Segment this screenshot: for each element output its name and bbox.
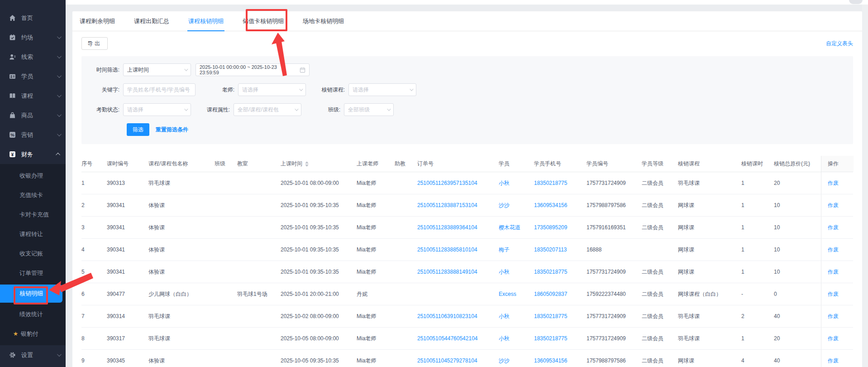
sidebar-item-leads[interactable]: 线索 xyxy=(0,47,66,67)
cell-student-phone[interactable]: 18350218775 xyxy=(534,305,587,327)
page-scrollbar[interactable] xyxy=(862,0,868,367)
sidebar-subitem-verification-detail[interactable]: 核销明细 xyxy=(0,285,62,303)
class-select[interactable]: 全部班级 xyxy=(344,103,394,116)
sidebar-item-settings[interactable]: 设置 xyxy=(0,345,66,365)
verify-course-select[interactable]: 请选择 xyxy=(348,83,416,96)
cell-order-no[interactable]: 25100511283889364104 xyxy=(417,217,499,238)
course-attr-value: 全部/课程/课程包 xyxy=(238,106,279,114)
cell-student-phone[interactable]: 18350218775 xyxy=(534,328,587,349)
cell-action[interactable]: 作废 xyxy=(821,283,854,305)
filter-label: 班级: xyxy=(310,106,344,114)
cell-student[interactable]: 樱木花道 xyxy=(499,217,534,238)
tab-course-remaining[interactable]: 课程剩余明细 xyxy=(79,11,116,31)
tab-course-verification[interactable]: 课程核销明细 xyxy=(187,11,224,31)
cell-action[interactable]: 作废 xyxy=(821,305,854,327)
cell-class xyxy=(215,172,237,194)
sidebar-subitem-performance-stats[interactable]: 绩效统计 xyxy=(0,304,66,324)
cell-verify-price: 20 xyxy=(774,328,821,349)
date-range-input[interactable]: 2025-10-01 00:00:00 ~ 2025-10-23 23:59:5… xyxy=(196,63,310,76)
col-header-label: 课程/课程包名称 xyxy=(148,160,188,168)
keyword-input[interactable] xyxy=(123,83,196,96)
cell-order-no[interactable]: 25100511283885810104 xyxy=(417,239,499,261)
col-header-label: 学员编号 xyxy=(587,160,608,168)
filter-submit-button[interactable]: 筛选 xyxy=(127,123,149,136)
export-button[interactable]: 导出 xyxy=(81,37,108,50)
cell-action[interactable]: 作废 xyxy=(821,217,854,238)
tab-venue-card-verification[interactable]: 场地卡核销明细 xyxy=(302,11,345,31)
cell-action[interactable]: 作废 xyxy=(821,328,854,349)
sidebar-subitem-cashier[interactable]: 收银办理 xyxy=(0,166,66,185)
cell-student[interactable]: 梅子 xyxy=(499,239,534,261)
cell-student-phone[interactable]: 13609534156 xyxy=(534,350,587,367)
sidebar-subitem-income-expense[interactable]: 收支记账 xyxy=(0,244,66,263)
svg-text:★: ★ xyxy=(13,330,19,337)
cell-student-no: 1757731724909 xyxy=(587,305,642,327)
cell-index: 5 xyxy=(81,261,107,283)
cell-student-phone[interactable]: 18350207113 xyxy=(534,239,587,261)
attendance-status-select[interactable]: 请选择 xyxy=(123,103,191,116)
sort-carets-icon[interactable] xyxy=(305,161,309,167)
col-header-label: 核销课程 xyxy=(678,160,700,168)
cell-student[interactable]: 小秋 xyxy=(499,172,534,194)
cell-action[interactable]: 作废 xyxy=(821,350,854,367)
cell-student[interactable]: 小秋 xyxy=(499,261,534,283)
cell-student-level xyxy=(642,239,678,261)
cell-action[interactable]: 作废 xyxy=(821,172,854,194)
cell-action[interactable]: 作废 xyxy=(821,194,854,216)
cell-index: 8 xyxy=(81,328,107,349)
sidebar-item-finance[interactable]: ¥财务 xyxy=(0,145,66,164)
cell-index: 9 xyxy=(81,350,107,367)
cell-student-phone[interactable]: 18350218775 xyxy=(534,261,587,283)
cell-order-no[interactable]: 25100511283887153104 xyxy=(417,194,499,216)
cell-order-no[interactable]: 25100511045279278104 xyxy=(417,350,499,367)
course-attr-select[interactable]: 全部/课程/课程包 xyxy=(234,103,301,116)
sidebar-subitem-yinbao-pay[interactable]: ★银豹付 xyxy=(0,324,66,343)
col-header-class: 班级 xyxy=(215,156,237,172)
cell-student-phone[interactable]: 18350218775 xyxy=(534,172,587,194)
filter-reset-link[interactable]: 重置筛选条件 xyxy=(156,126,188,134)
col-header-verify-price: 核销总原价(元) xyxy=(774,156,821,172)
cell-student[interactable]: 小秋 xyxy=(499,305,534,327)
calendar-icon xyxy=(300,67,305,73)
cell-action[interactable]: 作废 xyxy=(821,261,854,283)
sidebar-subitem-recharge-renew[interactable]: 充值续卡 xyxy=(0,185,66,205)
cell-order-no[interactable]: 25100511263957135104 xyxy=(417,172,499,194)
cell-student[interactable]: 沙沙 xyxy=(499,194,534,216)
cell-verify-hours: 1 xyxy=(741,328,774,349)
percent-badge-icon: % xyxy=(9,131,16,138)
cell-student-phone[interactable]: 17350895209 xyxy=(534,217,587,238)
cell-order-no[interactable]: 25100511063910823104 xyxy=(417,305,499,327)
cell-action[interactable]: 作废 xyxy=(821,239,854,261)
col-header-class-time[interactable]: 上课时间 xyxy=(281,156,357,172)
cell-order-no[interactable]: 25100511283888149104 xyxy=(417,261,499,283)
cell-student[interactable]: 小秋 xyxy=(499,328,534,349)
cell-order-no[interactable]: 25100510544760542104 xyxy=(417,328,499,349)
cell-student[interactable]: Excess xyxy=(499,283,534,305)
sidebar-item-courses[interactable]: 课程 xyxy=(0,86,66,106)
sidebar-subitem-order-management[interactable]: 订单管理 xyxy=(0,263,66,283)
cell-student[interactable]: 沙沙 xyxy=(499,350,534,367)
filter-label: 老师: xyxy=(204,86,238,94)
teacher-select[interactable]: 请选择 xyxy=(238,83,306,96)
time-type-select[interactable]: 上课时间 xyxy=(123,63,191,76)
cell-student-phone[interactable]: 13609534156 xyxy=(534,194,587,216)
cell-verify-price: 40 xyxy=(774,350,821,367)
cell-class xyxy=(215,239,237,261)
cell-class-time: 2025-10-05 08:00-09:00 xyxy=(281,328,357,349)
sidebar-item-marketing[interactable]: %营销 xyxy=(0,125,66,145)
id-card-icon xyxy=(9,73,16,80)
cell-room: 羽毛球1号场 xyxy=(237,283,281,305)
cell-student-phone[interactable]: 18605092837 xyxy=(534,283,587,305)
sidebar-item-goods[interactable]: 商品 xyxy=(0,106,66,125)
chevron-down-icon xyxy=(57,132,62,136)
cell-student-no: 16888 xyxy=(587,239,642,261)
sidebar-subitem-card-to-card[interactable]: 卡对卡充值 xyxy=(0,205,66,224)
tab-value-card-verification[interactable]: 储值卡核销明细 xyxy=(242,11,285,31)
sidebar-item-home[interactable]: 首页 xyxy=(0,8,66,28)
cell-verify-hours: 4 xyxy=(741,350,774,367)
sidebar-item-students[interactable]: 学员 xyxy=(0,67,66,86)
sidebar-subitem-course-transfer[interactable]: 课程转让 xyxy=(0,224,66,244)
tab-course-attendance[interactable]: 课程出勤汇总 xyxy=(133,11,170,31)
sidebar-item-booking[interactable]: 约场 xyxy=(0,28,66,47)
customize-columns-link[interactable]: 自定义表头 xyxy=(826,40,853,48)
